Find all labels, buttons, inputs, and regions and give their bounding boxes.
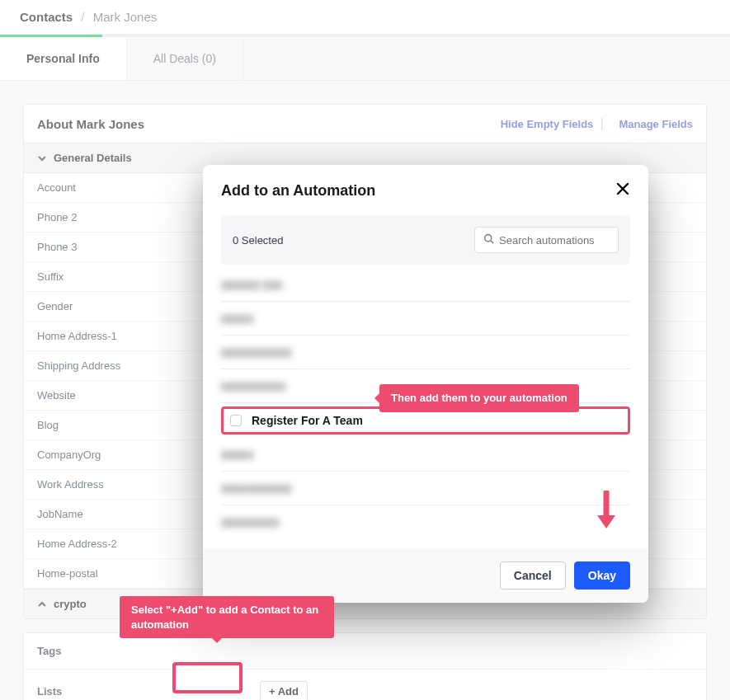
automation-item[interactable]: xxxxx xyxy=(221,302,630,336)
okay-button[interactable]: Okay xyxy=(574,561,630,590)
close-icon[interactable] xyxy=(615,181,630,200)
annotation-select-add: Select "+Add" to add a Contact to an aut… xyxy=(120,596,334,638)
search-automations[interactable] xyxy=(474,227,619,253)
arrow-to-okay xyxy=(594,491,619,535)
checkbox[interactable] xyxy=(230,415,242,426)
automation-item[interactable]: xxxxxx xxx xyxy=(221,268,630,302)
selected-count: 0 Selected xyxy=(233,234,283,247)
automation-item[interactable]: xxxxxxxxx xyxy=(221,505,630,538)
svg-point-0 xyxy=(485,235,492,242)
modal-title: Add to an Automation xyxy=(221,182,375,200)
automation-item[interactable]: xxxxxxxxxxx xyxy=(221,336,630,369)
search-icon xyxy=(483,233,494,247)
search-input[interactable] xyxy=(499,234,610,247)
annotation-add-to-automation: Then add them to your automation xyxy=(379,384,579,412)
automation-item-label: Register For A Team xyxy=(252,414,363,427)
automation-item[interactable]: xxxxxxxxxxx xyxy=(221,472,630,505)
cancel-button[interactable]: Cancel xyxy=(500,561,566,590)
automation-item[interactable]: xxxxx xyxy=(221,438,630,472)
